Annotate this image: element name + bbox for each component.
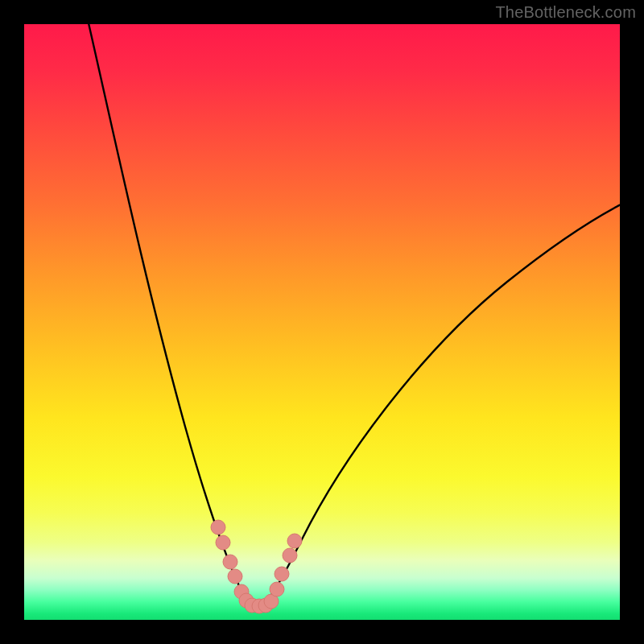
marker-dot: [275, 567, 289, 581]
marker-dot: [270, 582, 284, 597]
marker-dot: [228, 569, 242, 584]
chart-frame: TheBottleneck.com: [0, 0, 644, 644]
left-branch-curve: [87, 24, 258, 609]
marker-dot: [223, 555, 237, 569]
marker-dot: [216, 535, 230, 550]
curve-layer: [24, 24, 620, 620]
plot-area: [24, 24, 620, 620]
watermark-text: TheBottleneck.com: [495, 3, 636, 22]
right-branch-curve: [258, 203, 620, 609]
marker-dot: [211, 520, 225, 535]
marker-dot: [287, 534, 302, 548]
marker-dot: [283, 548, 297, 563]
